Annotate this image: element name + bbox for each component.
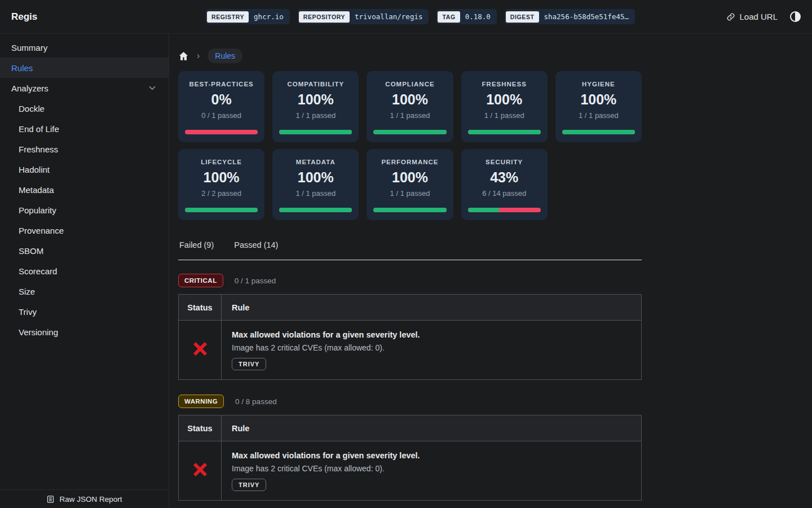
table-row: Max allowed violations for a given sever… — [179, 441, 642, 501]
critical-section-header: CRITICAL 0 / 1 passed — [178, 274, 642, 287]
sidebar-item-label: Analyzers — [11, 84, 48, 93]
breadcrumb: › Rules — [178, 49, 642, 63]
score-card-title: COMPLIANCE — [373, 81, 446, 87]
score-card-percent: 100% — [279, 169, 352, 186]
rule-title: Max allowed violations for a given sever… — [232, 451, 631, 460]
sidebar-item-end-of-life[interactable]: End of Life — [0, 119, 169, 139]
score-card-compliance: COMPLIANCE 100% 1 / 1 passed — [367, 71, 453, 142]
tab-failed[interactable]: Failed (9) — [178, 237, 215, 260]
score-card-percent: 100% — [279, 91, 352, 108]
sidebar-item-size[interactable]: Size — [0, 281, 169, 301]
sidebar-item-versioning[interactable]: Versioning — [0, 322, 169, 342]
score-card-progress-bar — [373, 208, 446, 212]
sidebar-item-label: Freshness — [19, 144, 58, 154]
sidebar-item-freshness[interactable]: Freshness — [0, 139, 169, 159]
score-card-progress-bar — [373, 130, 446, 134]
score-card-passed: 1 / 1 passed — [373, 189, 446, 198]
raw-json-report-label: Raw JSON Report — [59, 495, 122, 503]
sidebar-item-dockle[interactable]: Dockle — [0, 98, 169, 119]
score-card-percent: 100% — [185, 169, 258, 186]
tab-passed[interactable]: Passed (14) — [233, 237, 279, 260]
severity-badge-critical: CRITICAL — [178, 274, 223, 287]
registry-badge-value: ghcr.io — [249, 10, 289, 23]
score-card-security: SECURITY 43% 6 / 14 passed — [461, 149, 548, 220]
score-card-passed: 1 / 1 passed — [279, 111, 352, 120]
digest-badge-label: DIGEST — [506, 11, 539, 23]
score-card-title: PERFORMANCE — [373, 159, 446, 165]
score-card-title: METADATA — [279, 159, 352, 165]
score-card-metadata: METADATA 100% 1 / 1 passed — [272, 149, 359, 220]
load-url-button[interactable]: Load URL — [726, 12, 778, 21]
sidebar-item-hadolint[interactable]: Hadolint — [0, 159, 169, 179]
repository-badge-label: REPOSITORY — [299, 11, 350, 23]
sidebar-item-popularity[interactable]: Popularity — [0, 200, 169, 220]
score-card-progress-bar — [279, 208, 352, 212]
sidebar-item-metadata[interactable]: Metadata — [0, 179, 169, 200]
theme-toggle-icon[interactable] — [790, 11, 801, 22]
tag-badge-value: 0.18.0 — [460, 10, 496, 23]
sidebar-item-label: Dockle — [19, 104, 45, 113]
score-card-progress-bar — [468, 130, 541, 134]
results-tabs: Failed (9) Passed (14) — [178, 237, 642, 260]
score-card-title: LIFECYCLE — [185, 159, 258, 165]
score-cards-grid: BEST-PRACTICES 0% 0 / 1 passed COMPATIBI… — [178, 71, 642, 220]
score-card-percent: 100% — [373, 169, 446, 186]
score-card-passed: 0 / 1 passed — [185, 111, 258, 120]
sidebar-item-label: Summary — [11, 43, 47, 52]
sidebar-item-label: Metadata — [19, 185, 54, 195]
sidebar-item-label: Popularity — [19, 205, 56, 215]
sidebar-item-rules[interactable]: Rules — [0, 58, 169, 78]
chevron-right-icon: › — [197, 51, 200, 61]
sidebar-item-analyzers[interactable]: Analyzers — [0, 78, 169, 98]
score-card-passed: 1 / 1 passed — [373, 111, 446, 120]
sidebar-item-label: Provenance — [19, 226, 64, 235]
sidebar-item-trivy[interactable]: Trivy — [0, 301, 169, 322]
score-card-title: BEST-PRACTICES — [185, 81, 258, 87]
chevron-down-icon — [147, 83, 157, 93]
score-card-lifecycle: LIFECYCLE 100% 2 / 2 passed — [178, 149, 264, 220]
score-card-freshness: FRESHNESS 100% 1 / 1 passed — [461, 71, 548, 142]
score-card-passed: 1 / 1 passed — [562, 111, 635, 120]
registry-badge-label: REGISTRY — [207, 11, 249, 23]
score-card-progress-bar — [468, 208, 541, 212]
score-card-progress-bar — [562, 130, 635, 134]
repository-badge: REPOSITORY trivoallan/regis — [298, 9, 429, 24]
analyzer-chip-trivy[interactable]: TRIVY — [232, 358, 266, 370]
document-icon — [46, 495, 55, 503]
rule-column-header: Rule — [222, 295, 642, 321]
sidebar-item-scorecard[interactable]: Scorecard — [0, 261, 169, 281]
warning-section-header: WARNING 0 / 8 passed — [178, 395, 642, 408]
score-card-percent: 0% — [185, 91, 258, 108]
score-card-passed: 2 / 2 passed — [185, 189, 258, 198]
sidebar: Summary Rules Analyzers Dockle End of Li… — [0, 34, 169, 508]
sidebar-item-sbom[interactable]: SBOM — [0, 240, 169, 261]
score-card-progress-bar — [279, 130, 352, 134]
top-header: Regis REGISTRY ghcr.io REPOSITORY trivoa… — [0, 0, 812, 34]
sidebar-item-provenance[interactable]: Provenance — [0, 220, 169, 240]
score-card-title: HYGIENE — [562, 81, 635, 87]
warning-rules-table: Status Rule — [178, 415, 642, 501]
score-card-title: SECURITY — [468, 159, 541, 165]
score-card-hygiene: HYGIENE 100% 1 / 1 passed — [555, 71, 642, 142]
score-card-percent: 100% — [373, 91, 446, 108]
repository-badge-value: trivoallan/regis — [350, 10, 427, 23]
home-icon[interactable] — [178, 51, 189, 62]
raw-json-report-button[interactable]: Raw JSON Report — [0, 489, 169, 508]
sidebar-item-label: SBOM — [19, 246, 43, 256]
breadcrumb-current-page[interactable]: Rules — [208, 49, 242, 63]
sidebar-item-summary[interactable]: Summary — [0, 37, 169, 58]
severity-badge-warning: WARNING — [178, 395, 224, 408]
rule-description: Image has 2 critical CVEs (max allowed: … — [232, 464, 631, 473]
score-card-progress-bar — [185, 130, 258, 134]
status-column-header: Status — [179, 415, 222, 441]
status-failed-icon — [192, 340, 209, 357]
score-card-percent: 100% — [468, 91, 541, 108]
rule-title: Max allowed violations for a given sever… — [232, 330, 631, 339]
digest-badge-value: sha256-b58d5e51fe45… — [539, 10, 634, 23]
analyzer-chip-trivy[interactable]: TRIVY — [232, 479, 266, 491]
sidebar-item-label: Size — [19, 287, 35, 296]
score-card-percent: 100% — [562, 91, 635, 108]
score-card-progress-bar — [185, 208, 258, 212]
severity-passed-summary: 0 / 1 passed — [235, 277, 276, 285]
sidebar-item-label: Versioning — [19, 327, 58, 337]
